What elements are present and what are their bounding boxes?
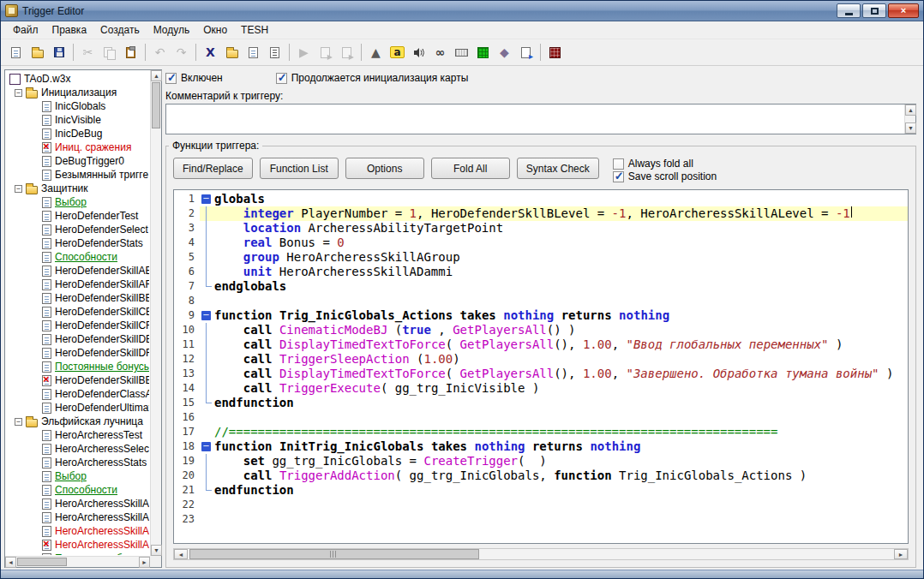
enabled-checkbox[interactable]: Включен <box>165 72 223 84</box>
fold-toggle-icon[interactable]: − <box>200 308 214 323</box>
tree-item[interactable]: InicDeBug <box>6 127 149 140</box>
comment-scrollbar[interactable]: ▲ ▼ <box>904 104 915 134</box>
expand-toggle-icon[interactable]: − <box>15 418 22 426</box>
editor-horizontal-scrollbar[interactable]: ◄ ► <box>173 548 909 560</box>
variables-button[interactable]: X <box>200 42 221 63</box>
tree-item[interactable]: −Эльфийская лучница <box>6 415 149 428</box>
code-line[interactable]: 6 unit HeroArcheressSkillADammi <box>174 265 908 279</box>
sound-button[interactable] <box>408 42 429 63</box>
page-export-button[interactable] <box>515 42 537 63</box>
menu-item-create[interactable]: Создать <box>93 22 147 38</box>
scroll-right-icon[interactable]: ► <box>139 557 150 568</box>
tree-scrollbar-thumb[interactable] <box>152 82 160 128</box>
code-line[interactable]: 11 call DisplayTimedTextToForce( GetPlay… <box>174 337 908 352</box>
new-document-button[interactable] <box>5 42 27 63</box>
tree-item[interactable]: DeBugTrigger0 <box>6 154 149 168</box>
fold-all-button[interactable]: Fold All <box>431 158 510 179</box>
open-map-button[interactable] <box>27 42 48 63</box>
code-line[interactable]: 22 <box>174 498 908 512</box>
code-line[interactable]: 21endfunction <box>174 483 908 498</box>
tree-item[interactable]: HeroDefenderSkillCF <box>6 319 149 332</box>
code-line[interactable]: 3 location ArcheressAbilityTargetPoint <box>174 221 908 236</box>
tree-item[interactable]: Способности <box>6 250 149 264</box>
tree-item[interactable]: −Инициализация <box>6 86 149 99</box>
tree-vertical-scrollbar[interactable]: ▲ ▼ <box>150 70 161 556</box>
code-line[interactable]: 14 call TriggerExecute( gg_trg_InicVisib… <box>174 381 908 396</box>
menu-item-module[interactable]: Модуль <box>147 22 197 38</box>
menu-item-tesh[interactable]: TESH <box>234 22 275 38</box>
save-map-button[interactable] <box>48 42 69 63</box>
tree-item[interactable]: Иниц. сражения <box>6 140 149 154</box>
tree-item[interactable]: HeroArcheressSelect <box>6 442 149 456</box>
function-list-button[interactable]: Function List <box>260 158 339 179</box>
code-line[interactable]: 10 call CinematicModeBJ (true , GetPlaye… <box>174 323 908 337</box>
code-line[interactable]: 20 call TriggerAddAction( gg_trg_InicGlo… <box>174 469 908 483</box>
maximize-button[interactable] <box>862 3 886 18</box>
tree-item[interactable]: Безымянный тригге <box>6 168 149 182</box>
tree-item[interactable]: HeroArcheressTest <box>6 428 149 442</box>
tree-item[interactable]: HeroArcheressStats <box>6 456 149 469</box>
rings-button[interactable]: ∞ <box>429 42 451 63</box>
scroll-down-icon[interactable]: ▼ <box>151 545 162 556</box>
code-line[interactable]: 13 call DisplayTimedTextToForce( GetPlay… <box>174 367 908 381</box>
code-editor-panel[interactable]: 1−globals2 integer PlayerNumber = 1, Her… <box>173 189 909 544</box>
code-line[interactable]: 4 real Bonus = 0 <box>174 236 908 250</box>
minimize-button[interactable] <box>837 3 861 18</box>
tree-item[interactable]: HeroDefenderSkillAF <box>6 278 149 291</box>
editor-scrollbar-thumb[interactable] <box>189 549 479 559</box>
scroll-left-icon[interactable]: ◄ <box>174 549 188 559</box>
tree-item[interactable]: −Защитник <box>6 182 149 195</box>
cube-button[interactable]: ◆ <box>494 42 515 63</box>
scroll-left-icon[interactable]: ◄ <box>5 557 16 568</box>
scroll-up-icon[interactable]: ▲ <box>905 104 916 116</box>
menu-item-file[interactable]: Файл <box>6 22 45 38</box>
tree-item[interactable]: HeroDefenderSkillCB <box>6 305 149 319</box>
always-fold-checkbox[interactable]: Always fold all <box>613 158 717 170</box>
expand-toggle-icon[interactable]: − <box>15 185 22 193</box>
scroll-down-icon[interactable]: ▼ <box>905 122 916 134</box>
tree-item[interactable]: HeroDefenderClassAb <box>6 387 149 401</box>
tree-item[interactable]: HeroDefenderSkillAB <box>6 264 149 278</box>
code-line[interactable]: 16 <box>174 410 908 425</box>
scrollbar-track[interactable] <box>188 549 894 559</box>
comment-input-value[interactable] <box>168 105 903 133</box>
code-line[interactable]: 8 <box>174 294 908 308</box>
find-replace-button[interactable]: Find/Replace <box>173 158 253 179</box>
tree-item[interactable]: HeroDefenderSelect <box>6 223 149 236</box>
comment-input[interactable]: ▲ ▼ <box>165 104 916 134</box>
code-line[interactable]: 9−function Trig_InicGlobals_Actions take… <box>174 308 908 323</box>
menu-item-window[interactable]: Окно <box>196 22 234 38</box>
code-line[interactable]: 19 set gg_trg_InicGlobals = CreateTrigge… <box>174 454 908 469</box>
tree-item[interactable]: InicVisible <box>6 113 149 127</box>
tree-item[interactable]: HeroDefenderSkillDF <box>6 346 149 360</box>
tree-item[interactable]: HeroDefenderSkillDB <box>6 332 149 346</box>
new-trigger-button[interactable] <box>243 42 264 63</box>
scroll-right-icon[interactable]: ► <box>894 549 908 559</box>
code-line[interactable]: 7endglobals <box>174 279 908 294</box>
new-trigger-comment-button[interactable] <box>264 42 285 63</box>
tree-item[interactable]: TAoD.w3x <box>6 72 149 86</box>
tree-item[interactable]: Выбор <box>6 469 149 483</box>
tree-item[interactable]: HeroArcheressSkillAE <box>6 524 149 538</box>
tree-item[interactable]: Способности <box>6 483 149 497</box>
code-editor[interactable]: 1−globals2 integer PlayerNumber = 1, Her… <box>174 190 908 543</box>
map-initialization-checkbox[interactable]: Продолжается инициализация карты <box>276 72 469 84</box>
code-line[interactable]: 17//====================================… <box>174 425 908 439</box>
save-scroll-checkbox[interactable]: Save scroll position <box>613 170 717 182</box>
fold-toggle-icon[interactable]: − <box>200 192 214 206</box>
tree-item[interactable]: HeroArcheressSkillAF <box>6 538 149 552</box>
code-line[interactable]: 18−function InitTrig_InicGlobals takes n… <box>174 439 908 454</box>
expand-toggle-icon[interactable]: − <box>15 89 22 97</box>
red-grid-button[interactable] <box>544 42 566 63</box>
fold-toggle-icon[interactable]: − <box>200 439 214 454</box>
tree-hscrollbar-thumb[interactable] <box>17 558 67 566</box>
code-line[interactable]: 23 <box>174 512 908 527</box>
close-button[interactable]: × <box>888 3 919 18</box>
paste-button[interactable] <box>120 42 141 63</box>
code-line[interactable]: 15endfunction <box>174 396 908 410</box>
tree-item[interactable]: InicGlobals <box>6 99 149 113</box>
triangle-button[interactable]: ▲ <box>365 42 387 63</box>
syntax-check-button[interactable]: Syntax Check <box>517 158 599 179</box>
tree-item[interactable]: Постоянные бонусы <box>6 360 149 373</box>
window-resize-edge[interactable] <box>1 570 923 578</box>
